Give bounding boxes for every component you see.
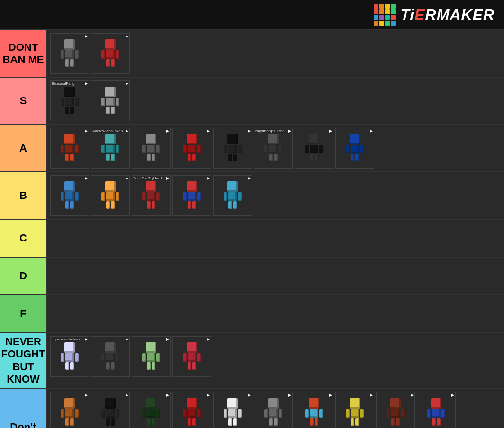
logo-grid: [374, 4, 396, 26]
skin-cell: ▶: [295, 128, 333, 169]
skin-cell: ▶: [50, 33, 89, 74]
tier-label-dont: DONT BAN ME: [0, 30, 47, 77]
tier-content-b: ▶▶▶ZachTheTryHard▶▶: [47, 172, 504, 219]
tier-content-c: [47, 220, 504, 257]
skin-name-label: Nightbotsplusone: [255, 129, 285, 133]
skin-cell: ▶: [295, 392, 333, 428]
tier-label-dontknow: Don't Know: [0, 389, 47, 428]
skin-cell: ▶: [132, 392, 171, 428]
tier-row-dontknow: Don't Know▶▶▶▶▶▶▶▶▶▶▶▶▶▶▶▶▶: [0, 389, 504, 428]
tier-content-d: [47, 258, 504, 294]
skin-cell: ▶: [50, 128, 89, 169]
tier-container: DONT BAN ME▶▶S▶BisexualFang▶A▶▶AndrewWas…: [0, 30, 504, 428]
skin-cell: ▶: [91, 33, 130, 74]
skin-cell: ▶: [172, 128, 211, 169]
skin-cell: ▶BisexualFang: [50, 80, 89, 121]
tier-content-dontknow: ▶▶▶▶▶▶▶▶▶▶▶▶▶▶▶▶▶: [47, 389, 504, 428]
skin-cell: ▶Nightbotsplusone: [254, 128, 293, 169]
skin-cell: ▶: [50, 392, 89, 428]
skin-cell: ▶: [172, 336, 211, 377]
tier-label-c: C: [0, 220, 47, 257]
skin-cell: ▶: [50, 175, 89, 216]
skin-cell: ▶: [335, 128, 374, 169]
skin-cell: ▶: [172, 392, 211, 428]
skin-cell: ▶: [91, 336, 130, 377]
skin-cell: ▶: [376, 392, 415, 428]
skin-cell: ▶: [91, 392, 130, 428]
skin-cell: ▶: [254, 392, 293, 428]
skin-cell: ▶: [213, 175, 252, 216]
tiermaker-logo: TiERMAKER: [374, 4, 495, 26]
tier-row-dont: DONT BAN ME▶▶: [0, 30, 504, 78]
tier-label-a: A: [0, 125, 47, 171]
tier-content-s: ▶BisexualFang▶: [47, 78, 504, 124]
skin-cell: ▶: [417, 392, 456, 428]
skin-cell: ▶_goosewithabow: [50, 336, 89, 377]
tier-row-f: F: [0, 295, 504, 333]
tier-label-b: B: [0, 172, 47, 219]
logo-text: TiERMAKER: [400, 6, 495, 24]
skin-cell: ▶: [335, 392, 374, 428]
skin-name-label: ZachTheTryHard: [133, 176, 162, 180]
tier-label-s: S: [0, 78, 47, 124]
tier-row-b: B▶▶▶ZachTheTryHard▶▶: [0, 172, 504, 220]
tier-row-d: D: [0, 258, 504, 295]
skin-cell: ▶: [91, 80, 130, 121]
skin-name-label: BisexualFang: [52, 81, 74, 86]
tier-content-f: [47, 295, 504, 332]
header: TiERMAKER: [0, 0, 504, 30]
skin-name-label: AndrewWasTaken: [92, 129, 123, 133]
skin-cell: ▶: [132, 336, 171, 377]
tier-label-d: D: [0, 258, 47, 294]
tier-label-never: NEVER FOUGHT BUT KNOW: [0, 333, 47, 388]
skin-cell: ▶: [172, 175, 211, 216]
tier-content-dont: ▶▶: [47, 30, 504, 77]
tier-row-s: S▶BisexualFang▶: [0, 78, 504, 125]
skin-cell: ▶AndrewWasTaken: [91, 128, 130, 169]
skin-cell: ▶: [132, 128, 171, 169]
skin-cell: ▶ZachTheTryHard: [132, 175, 171, 216]
dontknow-row1: ▶▶▶▶▶▶▶▶▶▶: [49, 391, 457, 428]
tier-row-never: NEVER FOUGHT BUT KNOW▶_goosewithabow▶▶▶: [0, 333, 504, 389]
tier-content-never: ▶_goosewithabow▶▶▶: [47, 333, 504, 388]
skin-cell: ▶: [213, 392, 252, 428]
skin-cell: ▶: [213, 128, 252, 169]
skin-cell: ▶: [91, 175, 130, 216]
skin-name-label: _goosewithabow: [52, 337, 80, 341]
tier-label-f: F: [0, 295, 47, 332]
tier-row-a: A▶▶AndrewWasTaken▶▶▶▶Nightbotsplusone▶▶: [0, 125, 504, 172]
tier-row-c: C: [0, 220, 504, 258]
tier-content-a: ▶▶AndrewWasTaken▶▶▶▶Nightbotsplusone▶▶: [47, 125, 504, 171]
